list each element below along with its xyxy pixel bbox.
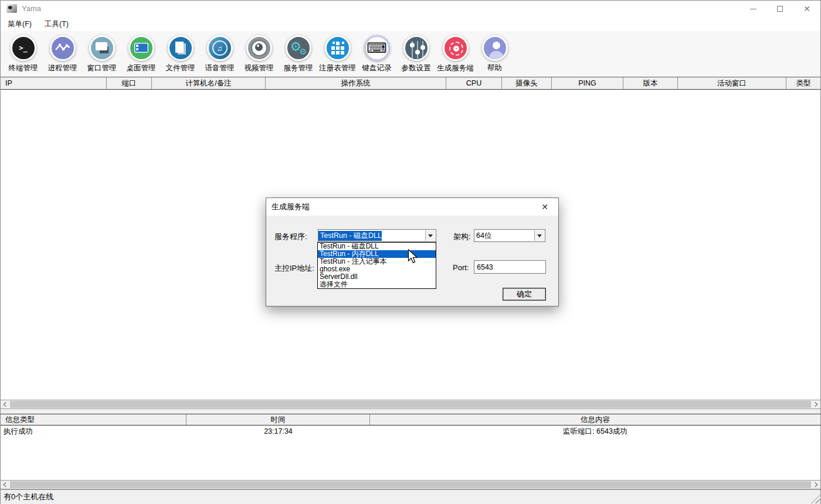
master-ip-label: 主控IP地址: [274,263,314,274]
file-icon [168,35,194,61]
log-list-hscrollbar[interactable] [1,480,820,489]
log-table-header: 信息类型 时间 信息内容 [1,414,820,425]
dialog-title-bar: 生成服务端 [266,198,558,216]
ok-button[interactable]: 确定 [503,288,546,301]
toolbar-button-services[interactable]: ⚙⚙ 服务管理 [279,31,318,73]
toolbar-button-generate-server[interactable]: 生成服务端 [436,31,475,73]
generate-server-dialog: 生成服务端 ✕ 服务程序: TestRun - 磁盘DLL 架构: 64位 主控… [266,197,559,307]
desktop-icon [128,35,154,61]
window-icon [89,35,115,61]
app-window: Yama ✕ 菜单(F) 工具(T) >_ 终端管理 进程管理 窗口管理 桌面管 [0,0,821,504]
person-icon [482,35,508,61]
column-header-version[interactable]: 版本 [623,77,678,89]
menu-item-main[interactable]: 菜单(F) [2,19,38,29]
column-header-ip[interactable]: IP [1,77,107,89]
toolbar-button-voice[interactable]: ♫ 语音管理 [200,31,239,73]
log-list-area: 执行成功 23:17:34 监听端口: 6543成功 [1,426,820,480]
column-header-msg-type[interactable]: 信息类型 [1,414,186,425]
sliders-icon [403,35,429,61]
arch-label: 架构: [453,231,471,242]
host-list-hscrollbar[interactable] [1,400,820,409]
toolbar-button-window[interactable]: 窗口管理 [82,31,121,73]
minimize-button[interactable] [739,1,766,17]
toolbar-button-registry[interactable]: 注册表管理 [318,31,357,73]
program-combobox[interactable]: TestRun - 磁盘DLL [318,229,436,242]
program-label: 服务程序: [274,231,307,242]
toolbar-button-settings[interactable]: 参数设置 [396,31,436,73]
chevron-down-icon[interactable] [534,230,544,241]
column-header-msg-time[interactable]: 时间 [186,414,370,425]
column-header-os[interactable]: 操作系统 [266,77,446,89]
terminal-icon: >_ [11,35,36,61]
program-combobox-value: TestRun - 磁盘DLL [318,231,382,241]
window-controls: ✕ [739,1,820,17]
log-time: 23:17:34 [186,426,370,437]
dialog-close-button[interactable]: ✕ [536,198,554,216]
menu-item-tools[interactable]: 工具(T) [39,19,74,29]
column-header-ping[interactable]: PING [552,77,623,89]
close-button[interactable]: ✕ [793,1,820,17]
scrollbar-thumb[interactable] [10,481,811,488]
toolbar-button-keylogger[interactable]: ⌨ 键盘记录 [357,31,396,73]
status-bar: 有0个主机在线 [1,489,820,504]
target-icon [443,35,469,61]
log-row[interactable]: 执行成功 23:17:34 监听端口: 6543成功 [1,426,820,437]
process-icon [50,35,76,61]
voice-icon: ♫ [207,35,233,61]
resize-grip-icon[interactable] [811,495,820,503]
title-bar: Yama ✕ [1,1,820,17]
scroll-left-icon[interactable] [1,400,10,408]
toolbar-button-file[interactable]: 文件管理 [161,31,200,73]
column-header-port[interactable]: 端口 [107,77,152,89]
scroll-right-icon[interactable] [811,481,820,489]
port-label: Port: [453,263,469,272]
dialog-title: 生成服务端 [272,202,310,212]
menu-bar: 菜单(F) 工具(T) [1,17,820,31]
arch-combobox-value: 64位 [474,231,491,241]
host-table-header: IP 端口 计算机名/备注 操作系统 CPU 摄像头 PING 版本 活动窗口 … [1,77,820,90]
chevron-down-icon[interactable] [425,230,435,241]
toolbar-button-video[interactable]: 视频管理 [239,31,279,73]
toolbar-button-help[interactable]: 帮助 [475,31,514,73]
column-header-msg-content[interactable]: 信息内容 [370,414,820,425]
arch-combobox[interactable]: 64位 [474,229,545,242]
toolbar-button-terminal[interactable]: >_ 终端管理 [4,31,43,73]
toolbar-button-desktop[interactable]: 桌面管理 [121,31,161,73]
toolbar-button-process[interactable]: 进程管理 [43,31,82,73]
column-header-active-window[interactable]: 活动窗口 [678,77,786,89]
port-input[interactable]: 6543 [474,260,546,274]
maximize-button[interactable] [766,1,793,17]
scrollbar-thumb[interactable] [10,401,811,408]
column-header-camera[interactable]: 摄像头 [502,77,552,89]
window-title: Yama [22,4,41,13]
program-dropdown-list: TestRun - 磁盘DLL TestRun - 内存DLL TestRun … [317,242,436,289]
column-header-cpu[interactable]: CPU [446,77,502,89]
toolbar: >_ 终端管理 进程管理 窗口管理 桌面管理 文件管理 ♫ 语音管理 视频管理 [1,31,820,77]
online-hosts-status: 有0个主机在线 [4,492,53,502]
services-icon: ⚙⚙ [286,35,311,61]
column-header-type[interactable]: 类型 [786,77,820,89]
video-icon [246,35,272,61]
log-content: 监听端口: 6543成功 [370,426,820,437]
minimize-icon [750,9,756,9]
log-type: 执行成功 [1,426,186,437]
port-input-value: 6543 [477,263,493,271]
dropdown-item[interactable]: 选择文件 [318,281,436,288]
keyboard-icon: ⌨ [364,35,390,61]
app-icon [6,4,17,13]
column-header-computer-name[interactable]: 计算机名/备注 [152,77,266,89]
close-icon: ✕ [803,5,810,13]
registry-icon [325,35,351,61]
maximize-icon [777,6,783,12]
scroll-right-icon[interactable] [811,400,820,408]
scroll-left-icon[interactable] [1,481,10,489]
